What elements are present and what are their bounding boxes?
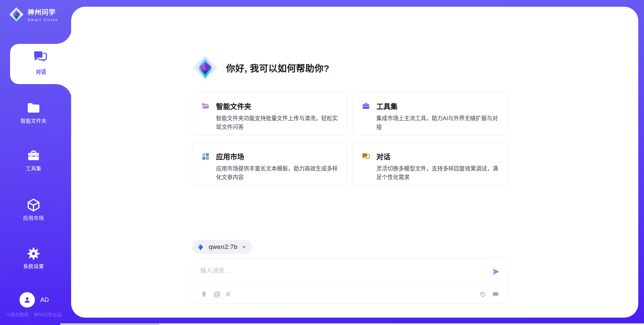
at-icon[interactable]: @ <box>213 290 220 298</box>
folder-open-icon <box>201 102 210 111</box>
user-name: AD <box>40 297 49 304</box>
avatar <box>19 292 35 308</box>
brand: 神州问学 Smart Vision <box>9 7 58 22</box>
sidebar-item-system-settings[interactable]: 系统设置 <box>0 247 67 269</box>
brand-gem-icon <box>9 7 24 22</box>
brand-name: 神州问学 <box>28 7 58 17</box>
brand-subtitle: Smart Vision <box>28 18 58 22</box>
cube-icon <box>26 198 41 212</box>
user-row[interactable]: AD <box>19 292 49 308</box>
send-icon[interactable] <box>491 267 500 276</box>
feature-cards: 智能文件夹 智能文件夹功能支持批量文件上传与清洗，轻松实现文件问答 工具集 集成… <box>192 92 507 186</box>
card-description: 集成市场上主流工具，助力AI与外界无缝扩展与对接 <box>376 114 498 131</box>
composer-toolbar: @ # <box>200 288 499 300</box>
copyright-footer: ©神州数码 · 神州问学出品 <box>7 311 74 318</box>
sidebar-item-smart-folder[interactable]: 智能文件夹 <box>0 101 67 124</box>
message-input[interactable] <box>200 265 475 276</box>
paperclip-icon[interactable] <box>200 290 208 298</box>
person-icon <box>22 295 32 305</box>
chat-bubble-icon[interactable] <box>492 291 499 298</box>
card-description: 灵活切换多模型文件，支持多样回复效果调试，满足个性化需求 <box>376 164 498 182</box>
horizontal-scrollbar-thumb[interactable] <box>60 323 159 325</box>
sidebar-item-toolset[interactable]: 工具集 <box>0 149 67 172</box>
card-description: 智能文件夹功能支持批量文件上传与清洗，轻松实现文件问答 <box>216 114 338 131</box>
chat-bubbles-icon <box>362 152 370 161</box>
composer: @ # <box>192 258 507 304</box>
composer-divider <box>200 284 499 285</box>
model-selector[interactable]: qwen2:7b <box>192 240 252 254</box>
sidebar-item-label: 应用市场 <box>0 214 67 221</box>
toolbox-icon <box>26 149 41 163</box>
greeting: 你好, 我可以如何帮助你? <box>192 54 329 81</box>
toolbox-icon <box>362 102 370 111</box>
gem-icon <box>196 242 205 252</box>
main-panel: 你好, 我可以如何帮助你? 智能文件夹 智能文件夹功能支持批量文件上传与清洗，轻… <box>71 7 638 318</box>
sidebar-item-app-market[interactable]: 应用市场 <box>0 198 67 221</box>
card-toolset[interactable]: 工具集 集成市场上主流工具，助力AI与外界无缝扩展与对接 <box>352 92 507 135</box>
model-name: qwen2:7b <box>209 243 237 251</box>
greeting-title: 你好, 我可以如何帮助你? <box>226 61 329 74</box>
card-description: 应用市场提供丰富长文本模板，助力高效生成多样化文章内容 <box>216 164 338 182</box>
chevron-down-icon <box>241 244 247 250</box>
card-smart-folder[interactable]: 智能文件夹 智能文件夹功能支持批量文件上传与清洗，轻松实现文件问答 <box>192 92 347 135</box>
card-app-market[interactable]: 应用市场 应用市场提供丰富长文本模板，助力高效生成多样化文章内容 <box>192 143 347 186</box>
folder-icon <box>26 101 41 115</box>
greeting-gem-icon <box>192 54 219 81</box>
gear-icon <box>26 247 41 261</box>
card-title: 对话 <box>376 151 498 161</box>
app-grid-icon <box>201 152 210 161</box>
card-title: 智能文件夹 <box>216 101 338 111</box>
card-chat[interactable]: 对话 灵活切换多模型文件，支持多样回复效果调试，满足个性化需求 <box>352 143 507 186</box>
hash-icon[interactable]: # <box>226 290 230 298</box>
card-title: 应用市场 <box>216 151 338 161</box>
history-icon[interactable] <box>479 291 486 298</box>
sidebar-item-label: 智能文件夹 <box>0 117 67 124</box>
sidebar-item-label: 工具集 <box>0 165 67 172</box>
sidebar-item-label: 系统设置 <box>0 262 67 269</box>
sidebar: 神州问学 Smart Vision 智能文件夹 工具集 应用市场 系统设置 AD… <box>0 0 71 325</box>
card-title: 工具集 <box>376 101 498 111</box>
